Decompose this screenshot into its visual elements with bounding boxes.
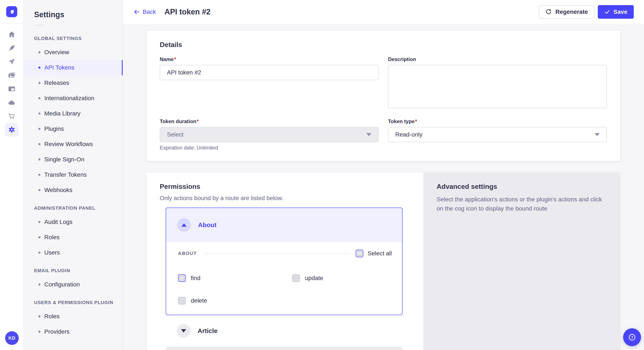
images-icon[interactable] <box>5 68 18 82</box>
bullet-icon <box>38 252 40 254</box>
bullet-icon <box>38 331 40 333</box>
help-button[interactable]: ? <box>623 328 641 346</box>
layout-icon[interactable] <box>5 82 18 96</box>
check-icon <box>604 9 610 15</box>
bullet-icon <box>38 82 40 84</box>
token-duration-select[interactable]: Select <box>160 127 379 142</box>
collapse-toggle-icon[interactable] <box>177 218 191 232</box>
sidebar-item-webhooks[interactable]: Webhooks <box>24 182 123 198</box>
sidebar-item-roles-up[interactable]: Roles <box>24 309 123 324</box>
section-divider-line <box>204 253 350 254</box>
question-mark-icon: ? <box>628 333 636 342</box>
sidebar-item-overview[interactable]: Overview <box>24 45 123 60</box>
accordion-about-header[interactable]: About <box>166 208 402 242</box>
indeterminate-dash-icon <box>358 253 362 254</box>
feather-icon[interactable] <box>5 41 18 55</box>
page-title: API token #2 <box>164 7 210 16</box>
sidebar-item-configuration[interactable]: Configuration <box>24 277 123 292</box>
select-all-checkbox[interactable] <box>356 250 363 257</box>
nav-section-global-settings: GLOBAL SETTINGS Overview API Tokens Rele… <box>24 36 123 198</box>
sidebar-item-audit-logs[interactable]: Audit Logs <box>24 214 123 230</box>
sidebar-item-users[interactable]: Users <box>24 245 123 260</box>
token-type-select[interactable]: Read-only <box>388 127 607 142</box>
token-type-label: Token type* <box>388 118 607 124</box>
about-section-row: ABOUT Select all <box>178 250 392 257</box>
nav-section-email-plugin: EMAIL PLUGIN Configuration <box>24 268 123 292</box>
nav-section-label: USERS & PERMISSIONS PLUGIN <box>24 300 123 305</box>
refresh-icon <box>545 8 552 15</box>
token-type-field-group: Token type* Read-only <box>388 118 607 151</box>
cloud-icon[interactable] <box>5 96 18 109</box>
bullet-icon <box>38 189 40 191</box>
permissions-subtitle: Only actions bound by a route are listed… <box>160 195 423 201</box>
required-asterisk: * <box>174 56 176 62</box>
find-checkbox[interactable] <box>178 274 186 282</box>
triangle-down-icon <box>181 329 186 333</box>
sidebar-item-transfer-tokens[interactable]: Transfer Tokens <box>24 167 123 182</box>
cart-icon[interactable] <box>5 109 18 123</box>
triangle-up-icon <box>182 223 186 227</box>
expand-toggle-icon[interactable] <box>177 324 190 338</box>
permissions-title: Permissions <box>160 183 423 190</box>
page-content: Details Name* Description Token duration… <box>123 24 644 350</box>
advanced-settings-title: Advanced settings <box>436 183 607 190</box>
sidebar-item-api-tokens[interactable]: API Tokens <box>24 60 123 75</box>
main-area: Back API token #2 Regenerate Save <box>123 0 644 350</box>
regenerate-button[interactable]: Regenerate <box>539 5 594 19</box>
details-title: Details <box>160 41 607 49</box>
permissions-card: Permissions Only actions bound by a rout… <box>146 173 620 350</box>
name-label: Name* <box>160 56 379 62</box>
bullet-icon <box>38 51 40 53</box>
expiration-hint: Expiration date: Unlimited <box>160 145 379 151</box>
nav-section-users-permissions-plugin: USERS & PERMISSIONS PLUGIN Roles Provide… <box>24 300 123 339</box>
bullet-icon <box>38 315 40 318</box>
sidebar-item-internationalization[interactable]: Internationalization <box>24 91 123 106</box>
sidebar-item-releases[interactable]: Releases <box>24 75 123 91</box>
accordion-article-label: Article <box>198 327 218 335</box>
sidebar-item-single-sign-on[interactable]: Single Sign-On <box>24 152 123 167</box>
accordion-article-header[interactable]: Article <box>166 315 402 347</box>
actions-grid: find update delete <box>178 274 392 305</box>
strapi-logo[interactable] <box>6 6 17 17</box>
bullet-icon <box>38 143 40 145</box>
sidebar-item-review-workflows[interactable]: Review Workflows <box>24 137 123 152</box>
nav-section-administration-panel: ADMINISTRATION PANEL Audit Logs Roles Us… <box>24 205 123 260</box>
bullet-icon <box>38 97 40 99</box>
header-actions: Regenerate Save <box>539 5 634 19</box>
user-avatar[interactable]: KD <box>5 331 19 345</box>
sidebar-item-plugins[interactable]: Plugins <box>24 121 123 137</box>
sidebar-title-divider <box>34 25 44 25</box>
advanced-settings-description: Select the application's actions or the … <box>436 195 607 213</box>
sidebar-item-providers[interactable]: Providers <box>24 324 123 339</box>
delete-checkbox[interactable] <box>178 297 186 305</box>
accordion-about-label: About <box>198 221 216 229</box>
home-icon[interactable] <box>5 28 18 41</box>
description-textarea[interactable] <box>388 65 607 108</box>
bullet-icon <box>38 159 40 161</box>
paper-plane-icon[interactable] <box>5 55 18 68</box>
action-delete: delete <box>178 297 292 305</box>
bullet-icon <box>38 113 40 115</box>
description-label: Description <box>388 56 607 62</box>
back-link[interactable]: Back <box>133 8 156 15</box>
select-all-label: Select all <box>368 250 392 257</box>
save-button[interactable]: Save <box>598 5 634 19</box>
check-icon <box>180 276 184 280</box>
gear-icon[interactable] <box>5 123 18 137</box>
bullet-icon <box>38 174 40 176</box>
svg-text:?: ? <box>631 335 633 340</box>
action-find: find <box>178 274 292 282</box>
sidebar-item-media-library[interactable]: Media Library <box>24 106 123 121</box>
required-asterisk: * <box>415 118 417 124</box>
accordion-about: About ABOUT Select all <box>166 207 402 315</box>
sidebar-title: Settings <box>24 10 123 19</box>
nav-section-label: ADMINISTRATION PANEL <box>24 205 123 211</box>
name-input[interactable] <box>160 65 379 80</box>
chevron-down-icon <box>366 133 372 136</box>
update-checkbox[interactable] <box>292 274 300 282</box>
details-card: Details Name* Description Token duration… <box>146 31 620 161</box>
next-accordion-strip <box>166 347 402 350</box>
sidebar-item-roles-admin[interactable]: Roles <box>24 230 123 245</box>
page-header: Back API token #2 Regenerate Save <box>123 0 644 24</box>
description-field-group: Description <box>388 56 607 110</box>
